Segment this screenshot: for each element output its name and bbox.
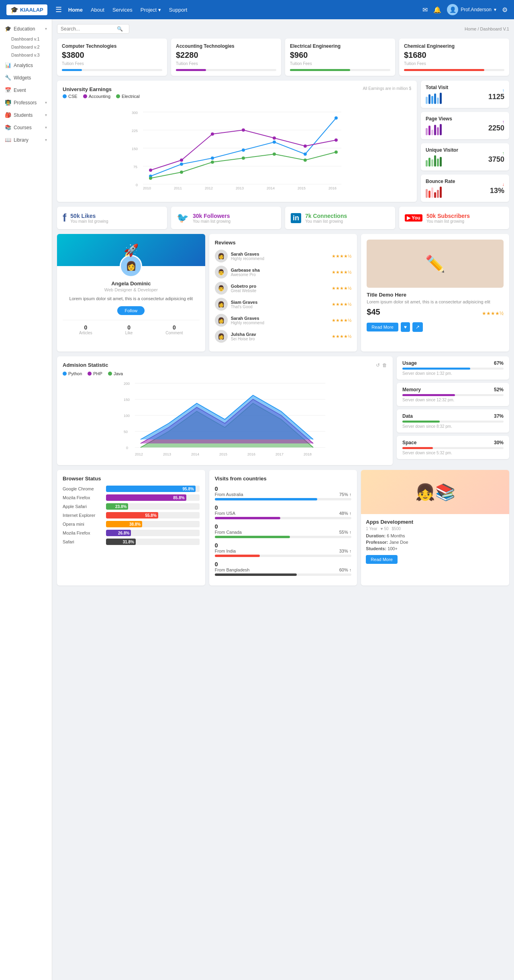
social-count-3: 50k Subscribers [426, 213, 470, 219]
sidebar-item-students[interactable]: 🎒 Students ▾ [0, 109, 52, 121]
topbar: 🔍 Home / Dashboard V.1 [57, 24, 509, 34]
nav-services[interactable]: Services [112, 7, 133, 13]
sidebar-sub-dashboard1[interactable]: Dashboard v.1 [0, 35, 52, 43]
sidebar-item-analytics[interactable]: 📊 Analytics [0, 59, 52, 71]
mini-bar [434, 192, 436, 198]
svg-text:150: 150 [124, 398, 130, 402]
event-icon: 📅 [5, 87, 11, 93]
visit-num-1: 0 [215, 504, 352, 511]
follow-button[interactable]: Follow [117, 306, 145, 315]
social-card-facebook: f 50k Likes You main list growing [57, 207, 167, 229]
ss-bar-bg-1 [402, 394, 504, 396]
search-icon[interactable]: 🔍 [117, 26, 123, 32]
sidebar-item-courses[interactable]: 📚 Courses ▾ [0, 121, 52, 134]
mini-bars-2 [426, 155, 458, 167]
review-item-2: 👨 Gobetro pro Great Website ★★★★½ [215, 282, 352, 295]
visit-num-3: 0 [215, 542, 352, 549]
ps-num-articles: 0 [79, 324, 92, 331]
sidebar-sub-dashboard3[interactable]: Dashboard v.3 [0, 51, 52, 59]
legend-label-python: Python [68, 371, 82, 376]
sidebar-item-education[interactable]: 🎓 Education ▾ [0, 22, 52, 35]
sidebar-sub-dashboard2[interactable]: Dashboard v.2 [0, 43, 52, 51]
sidebar-item-library[interactable]: 📖 Library ▾ [0, 134, 52, 146]
ps-articles: 0 Articles [79, 324, 92, 335]
product-actions: Read More ♥ ↗ [367, 322, 504, 332]
nav-home[interactable]: Home [68, 7, 83, 13]
svg-text:2012: 2012 [205, 186, 213, 190]
browser-row-1: Mozila Firefox 85.8% [63, 494, 200, 501]
svg-point-35 [273, 152, 276, 156]
svg-point-21 [273, 140, 276, 144]
mail-icon[interactable]: ✉ [422, 6, 428, 14]
course-read-more-button[interactable]: Read More [366, 555, 397, 564]
svg-text:2015: 2015 [298, 186, 306, 190]
mini-bar [431, 187, 433, 198]
ms-arrow-0: ↑ [502, 88, 505, 93]
trash-icon[interactable]: 🗑 [382, 362, 387, 368]
course-meta-likes: ♥ 50 [381, 527, 389, 531]
university-chart-card: University Earnings All Earnings are in … [57, 81, 417, 202]
legend-dot-java [108, 372, 112, 376]
svg-text:0: 0 [126, 446, 128, 450]
social-label-3: You main list growing [426, 219, 470, 224]
ms-right-0: ↑ 1125 [488, 88, 504, 101]
review-avatar-3: 👩 [215, 298, 228, 311]
stat-bar-0 [62, 69, 82, 71]
mid-section: University Earnings All Earnings are in … [57, 81, 509, 202]
mini-stat-3: Bounce Rate ↓ 13% [421, 175, 509, 202]
stat-label-0: Tuition Fees [62, 61, 162, 66]
ss-title-1: Memory [402, 387, 421, 392]
vr-bar-bg-1 [215, 517, 352, 519]
nav-support[interactable]: Support [169, 7, 188, 13]
ms-number-0: 1125 [488, 93, 504, 101]
review-info-3: Siam Graves That's Good [231, 300, 258, 309]
review-stars-2: ★★★★½ [332, 286, 351, 291]
product-read-more-button[interactable]: Read More [367, 323, 398, 331]
profile-name: Angela Dominic [63, 281, 200, 287]
sidebar: 🎓 Education ▾ Dashboard v.1 Dashboard v.… [0, 19, 52, 980]
review-sub-4: Highly recommend [231, 321, 264, 325]
ms-arrow-1: ↑ [502, 119, 505, 124]
stat-title-3: Chemical Engineering [404, 43, 504, 49]
sidebar-item-professors[interactable]: 👨‍🏫 Professors ▾ [0, 96, 52, 109]
visits-title: Visits from countries [215, 476, 352, 482]
search-input[interactable] [61, 26, 117, 32]
browser-bar-bg-1: 85.8% [106, 494, 200, 501]
visit-country-4: From Bangladesh [215, 567, 250, 572]
sidebar-item-widgets[interactable]: 🔧 Widgets [0, 71, 52, 84]
stat-bar-2 [290, 69, 350, 71]
bell-icon[interactable]: 🔔 [433, 6, 441, 14]
svg-point-34 [242, 157, 245, 160]
nav-project[interactable]: Project ▾ [141, 7, 161, 13]
undo-icon[interactable]: ↺ [376, 362, 380, 368]
nav-user[interactable]: 👤 Prof.Anderson ▾ [447, 4, 496, 15]
server-stat-1: Memory 52% Server down since 12:32 pm. [397, 383, 509, 406]
stat-card-0: Computer Technologies $3800 Tuition Fees [57, 39, 167, 76]
review-sub-3: That's Good [231, 305, 258, 309]
vr-header-1: From USA 48% ↑ [215, 511, 352, 516]
legend-label-cse: CSE [68, 94, 78, 99]
review-item-1: 👨 Garbease sha Awesome Pro ★★★★½ [215, 266, 352, 279]
sidebar-item-event[interactable]: 📅 Event [0, 84, 52, 96]
legend-dot-accounting [83, 94, 87, 98]
settings-icon[interactable]: ⚙ [502, 6, 508, 14]
nav-about[interactable]: About [91, 7, 104, 13]
ss-header-2: Data 37% [402, 413, 504, 419]
courses-icon: 📚 [5, 124, 11, 130]
stat-card-1: Accounting Technologies $2280 Tuition Fe… [171, 39, 281, 76]
search-box[interactable]: 🔍 [57, 24, 129, 34]
ss-header-3: Space 30% [402, 440, 504, 445]
svg-point-29 [304, 144, 307, 148]
mini-bar [431, 96, 433, 104]
ss-title-3: Space [402, 440, 416, 445]
ps-comments: 0 Comment [165, 324, 183, 335]
ss-sub-1: Server down since 12:32 pm. [402, 398, 504, 402]
hamburger-icon[interactable]: ☰ [55, 5, 62, 14]
svg-text:2017: 2017 [275, 452, 284, 456]
vr-bar-2 [215, 536, 290, 538]
vr-bar-3 [215, 555, 260, 557]
course-meta: 1 Year ♥ 50 $500 [366, 527, 504, 531]
product-heart-button[interactable]: ♥ [401, 322, 410, 332]
stat-cards: Computer Technologies $3800 Tuition Fees… [57, 39, 509, 76]
product-share-button[interactable]: ↗ [412, 322, 423, 332]
